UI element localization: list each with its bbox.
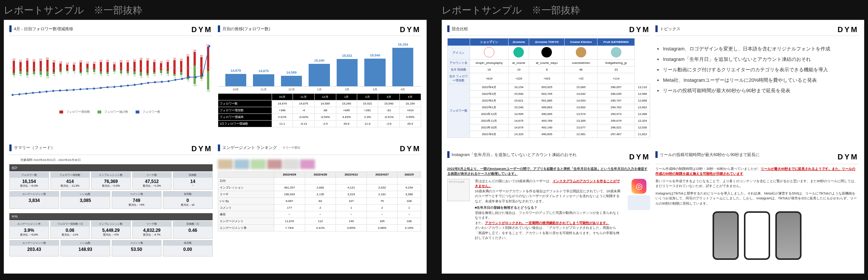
svg-point-1: [18, 93, 20, 95]
svg-point-3: [32, 92, 34, 94]
svg-point-23: [167, 80, 169, 82]
kpi-card: リーチ数47,512前月比：+1.0%: [132, 172, 172, 190]
panel-reel-article: リールの投稿可能時間が最大60秒から90秒まで延長に DYM リール作成時の制限…: [655, 151, 859, 268]
kpi-card: エンゲージメント率3.9%前月比：+0.8%: [9, 221, 49, 239]
svg-point-20: [147, 82, 149, 84]
report-sheet-1: 4月 - 日別フォロワー数増減推移 DYM 30-522-628-824-725…: [4, 20, 427, 274]
report-sheet-2: 競合比較 DYM ショップイン@cosme@cosme TOKYOCosme K…: [442, 20, 865, 274]
kpi-card: 投稿数14−: [173, 172, 213, 190]
brand-logo: DYM: [400, 144, 421, 153]
panel-title: トピックス: [660, 26, 680, 32]
brand-logo: DYM: [838, 25, 859, 34]
phone-mockup: [713, 211, 739, 260]
brand-logo: DYM: [629, 25, 650, 34]
kpi-card: いいね数148.93: [61, 240, 110, 256]
svg-point-16: [120, 85, 122, 87]
blurred-thumbnail-row: [218, 159, 421, 169]
svg-point-8: [66, 89, 68, 91]
badge-avg: 平均: [9, 213, 213, 220]
daily-follower-chart: 30-522-628-824-725-929-1024-418-414-314-…: [9, 38, 213, 109]
svg-point-22: [161, 81, 163, 83]
engagement-table: 2022/4/292022/4/282022/4/122022/4/272022…: [218, 171, 421, 231]
panel-topics: トピックス DYM Instagram、ロゴデザインを変更し、日本語を含むオリジ…: [655, 25, 859, 146]
panel-title: リールの投稿可能時間が最大60秒から90秒まで延長に: [660, 152, 759, 158]
svg-point-7: [59, 90, 61, 91]
panel-engagement-ranking: エンゲージメント ランキング ※リーチ順出 DYM 2022/4/292022/…: [218, 144, 421, 268]
brand-logo: DYM: [400, 25, 421, 34]
topics-list: Instagram、ロゴデザインを変更し、日本語を含むオリジナルフォントを作成I…: [655, 46, 859, 98]
instagram-icon: ◎: [631, 179, 646, 194]
topic-item: Meta社、Instagramユーザーはリールに20%時間を費やしていると発表: [663, 77, 859, 84]
section-title-right: レポートサンプル ※一部抜粋: [442, 4, 865, 17]
accent-bar: [9, 25, 12, 32]
svg-point-9: [72, 89, 74, 91]
svg-point-15: [113, 86, 115, 88]
svg-point-4: [39, 91, 41, 93]
topic-item: Instagram、ロゴデザインを変更し、日本語を含むオリジナルフォントを作成: [663, 46, 859, 52]
section-title-left: レポートサンプル ※一部抜粋: [4, 4, 427, 17]
svg-point-5: [46, 91, 47, 93]
svg-point-19: [140, 83, 142, 85]
period-label: 対象期間: [21, 158, 33, 162]
svg-point-26: [188, 76, 190, 78]
brand-logo: DYM: [191, 144, 212, 153]
panel-birthday-article: Instagram「生年月日」を追加していないとアカウント凍結のおそれ DYM …: [447, 151, 651, 268]
badge-total: 合計: [9, 164, 213, 171]
kpi-card: エンゲージメント数203.43: [9, 240, 59, 256]
kpi-card: インプレッション数5,449.29前月比：+2%: [91, 221, 131, 239]
svg-point-14: [106, 86, 108, 88]
kpi-card: コメント数53.50: [112, 240, 161, 256]
brand-logo: DYM: [191, 25, 212, 34]
kpi-card: いいね数3,085: [61, 191, 110, 209]
svg-point-0: [12, 94, 13, 96]
panel-title: 月別の推移(フォロワー数): [222, 26, 270, 32]
brand-logo: DYM: [838, 151, 859, 162]
panel-summary-feed: サマリー（フィード） DYM 対象期間 2022年04月01日 - 2022年0…: [9, 144, 213, 268]
topic-item: Instagram「生年月日」を追加していないとアカウント凍結のおそれ: [663, 56, 859, 63]
kpi-card: リーチ数4,832.29前月比：-9.7%: [132, 221, 172, 239]
svg-point-13: [100, 87, 102, 89]
panel-monthly-followers: 月別の推移(フォロワー数) DYM 14,67910月14,67511月14,5…: [218, 25, 421, 139]
kpi-card: 保存数0前月比：±0: [163, 191, 213, 209]
svg-point-27: [195, 76, 197, 78]
monthly-follower-chart: 14,67910月14,67511月14,58912月15,2401月15,52…: [218, 38, 421, 87]
kpi-card: フォロワー数16,154前月比：+6.0%: [9, 172, 49, 190]
people-illustration: [628, 195, 650, 210]
monthly-table: 10月11月12月1月2月3月4月フォロワー数14,67914,67514,58…: [218, 93, 421, 127]
topic-item: リール動画にタグ付けするクリエイターのカテゴリを表示できる機能を導入: [663, 66, 859, 73]
panel-title: 4月 - 日別フォロワー数増減推移: [14, 26, 73, 32]
svg-point-2: [25, 93, 27, 94]
competitor-table: ショップイン@cosme@cosme TOKYOCosme KitchenFru…: [447, 38, 651, 138]
panel-title: エンゲージメント ランキング: [222, 145, 277, 150]
panel-daily-followers: 4月 - 日別フォロワー数増減推移 DYM 30-522-628-824-725…: [9, 25, 213, 139]
kpi-card: フォロワー増加数 / 日0.06前月比：-11%: [50, 221, 90, 239]
kpi-card: 保存数0.00: [163, 240, 213, 256]
svg-point-29: [208, 45, 210, 47]
topic-item: リールの投稿可能時間が最大60秒から90秒まで延長を発表: [663, 87, 859, 94]
phone-mockup: [775, 211, 801, 260]
svg-point-11: [86, 88, 88, 90]
screenshot-placeholder: 生年月日を追加: [447, 179, 470, 201]
panel-competitor: 競合比較 DYM ショップイン@cosme@cosme TOKYOCosme K…: [447, 25, 651, 146]
phone-mockup: [744, 211, 770, 260]
svg-point-10: [79, 88, 81, 90]
article-lead: 2022年5月上旬より、一部のInstagramユーザーの間で、アプリを起動する…: [447, 167, 651, 177]
kpi-card: インプレッション数76,369前月比：+2.0%: [91, 172, 131, 190]
svg-point-21: [154, 81, 156, 83]
svg-point-18: [134, 84, 136, 86]
svg-point-25: [181, 78, 183, 80]
panel-title: 競合比較: [452, 26, 468, 32]
svg-point-6: [52, 90, 54, 92]
kpi-card: コメント数749前月比：+3%: [112, 191, 161, 209]
brand-logo: DYM: [629, 151, 650, 162]
panel-title: サマリー（フィード）: [14, 145, 55, 150]
svg-point-12: [93, 87, 95, 89]
svg-point-28: [201, 74, 203, 76]
svg-point-17: [127, 84, 129, 86]
svg-point-24: [174, 79, 176, 81]
panel-title: Instagram「生年月日」を追加していないとアカウント凍結のおそれ: [452, 152, 577, 158]
period-value: 2022年04月01日 - 2022年04月30日: [33, 158, 80, 162]
kpi-card: エンゲージメント数3,834: [9, 191, 59, 209]
kpi-card: 投稿数 / 日0.46: [173, 221, 213, 239]
chart-legend: フォロワー増加数 フォロワー減少数 フォロワー数: [9, 110, 213, 114]
